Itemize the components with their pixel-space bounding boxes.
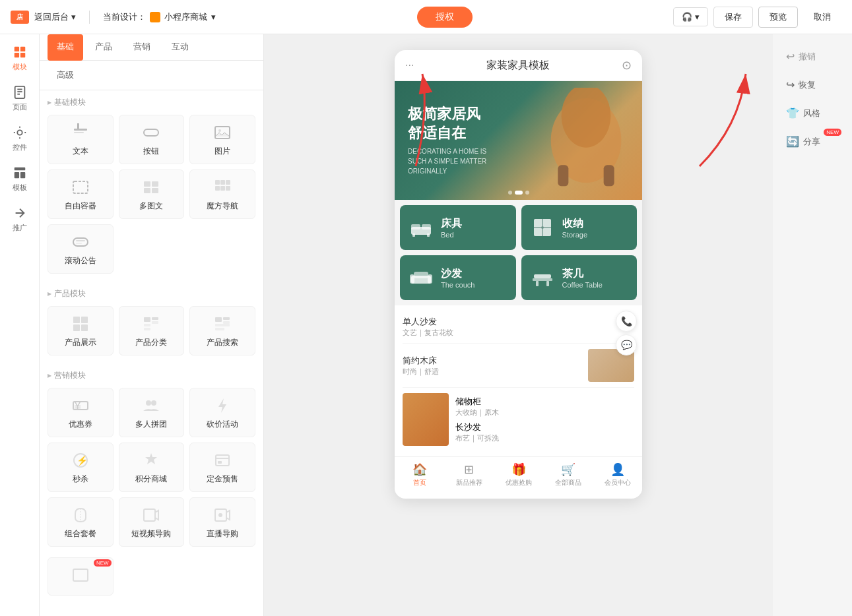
- bottom-nav-all[interactable]: 🛒 全部商品: [543, 457, 593, 493]
- svg-rect-83: [546, 281, 549, 286]
- share-new-badge: NEW: [824, 129, 841, 136]
- coffee-table-icon: [529, 264, 556, 291]
- category-card-bed[interactable]: 床具 Bed: [400, 205, 516, 250]
- svg-text:T: T: [75, 123, 81, 131]
- svg-rect-25: [226, 180, 230, 185]
- extra-components-grid: NEW: [40, 555, 263, 603]
- image-label: 图片: [214, 146, 230, 157]
- style-action[interactable]: 👕 风格: [781, 102, 844, 125]
- bottom-nav-sale[interactable]: 🎁 优惠抢购: [494, 457, 543, 493]
- component-product-category[interactable]: 产品分类: [119, 306, 185, 355]
- tab-basic[interactable]: 基础: [48, 34, 83, 61]
- share-action[interactable]: 🔄 分享 NEW: [781, 130, 844, 153]
- bundle-label: 组合套餐: [65, 528, 96, 539]
- bed-icon: [408, 214, 434, 241]
- tab-product[interactable]: 产品: [86, 34, 121, 61]
- multi-image-icon: [141, 177, 162, 198]
- save-button[interactable]: 保存: [713, 7, 753, 28]
- bottom-nav-member[interactable]: 👤 会员中心: [593, 457, 642, 493]
- home-label: 首页: [413, 478, 426, 487]
- bed-name: 床具: [441, 217, 462, 231]
- current-design-label: 当前设计：: [103, 11, 146, 23]
- sidebar-item-templates[interactable]: 模板: [3, 160, 37, 198]
- component-live[interactable]: 直播导购: [189, 497, 255, 547]
- section-product-modules: 产品模块: [40, 282, 263, 303]
- sub-tab-advanced[interactable]: 高级: [48, 66, 83, 84]
- component-bundle[interactable]: 组合套餐: [48, 497, 114, 547]
- svg-rect-37: [152, 317, 158, 320]
- redo-action[interactable]: ↪ 恢复: [781, 73, 844, 96]
- bottom-nav: 🏠 首页 ⊞ 新品推荐 🎁 优惠抢购 🛒 全部商品 👤 会员中心: [395, 456, 642, 493]
- icon-sidebar: 模块 页面 控件 模板 推广: [0, 34, 40, 616]
- float-chat-btn[interactable]: 💬: [616, 334, 637, 355]
- float-phone-btn[interactable]: 📞: [616, 311, 637, 332]
- banner-line1: 极简家居风: [408, 106, 480, 122]
- svg-rect-20: [152, 181, 158, 187]
- main-layout: 模块 页面 控件 模板 推广 基础 产品 营销 互动 高级: [0, 34, 852, 616]
- brand-logo: 店: [11, 11, 29, 24]
- component-container[interactable]: 自由容器: [48, 169, 114, 219]
- component-product-display[interactable]: 产品展示: [48, 306, 114, 355]
- tab-marketing[interactable]: 营销: [124, 34, 160, 61]
- svg-rect-40: [144, 328, 150, 330]
- component-group-buy[interactable]: 多人拼团: [119, 388, 185, 437]
- phone-search-icon: ⊙: [622, 58, 632, 73]
- component-product-search[interactable]: 产品搜索: [189, 306, 255, 355]
- new-products-label: 新品推荐: [456, 478, 482, 487]
- category-card-sofa[interactable]: 沙发 The couch: [400, 255, 516, 300]
- svg-text:⚡: ⚡: [77, 455, 88, 466]
- product-display-icon: [70, 313, 91, 334]
- sidebar-item-pages[interactable]: 页面: [3, 80, 37, 117]
- bottom-nav-new[interactable]: ⊞ 新品推荐: [444, 457, 494, 493]
- component-flash-deal[interactable]: ⚡ 秒杀: [48, 443, 114, 492]
- component-text[interactable]: T 文本: [48, 115, 114, 164]
- storage-name: 收纳: [562, 217, 588, 231]
- component-magic-nav[interactable]: 魔方导航: [189, 169, 255, 219]
- home-icon: 🏠: [412, 462, 427, 477]
- undo-action[interactable]: ↩ 撤销: [781, 45, 844, 68]
- member-icon: 👤: [610, 462, 625, 477]
- svg-point-59: [218, 513, 222, 517]
- banner-dots: [508, 191, 529, 195]
- magic-nav-icon: [212, 177, 233, 198]
- bottom-nav-home[interactable]: 🏠 首页: [395, 457, 444, 493]
- component-coupon[interactable]: ¥ 优惠券: [48, 388, 114, 437]
- components-panel: 基础 产品 营销 互动 高级 基础模块 T 文本 按钮: [40, 34, 264, 616]
- support-button[interactable]: 🎧 ▾: [673, 7, 708, 26]
- sidebar-item-controls[interactable]: 控件: [3, 120, 37, 158]
- auth-button[interactable]: 授权: [417, 7, 473, 28]
- component-short-video[interactable]: 短视频导购: [119, 497, 185, 547]
- tab-interactive[interactable]: 互动: [162, 34, 198, 61]
- sidebar-pages-label: 页面: [13, 102, 27, 112]
- sidebar-item-promotions[interactable]: 推广: [3, 200, 37, 238]
- image-icon: [212, 122, 233, 143]
- coffee-card-text: 茶几 Coffee Table: [562, 267, 603, 289]
- component-scroll-notice[interactable]: 滚动公告: [48, 224, 114, 274]
- product-search-icon: [212, 313, 233, 334]
- back-button[interactable]: 返回后台 ▾: [34, 11, 76, 23]
- component-points-shop[interactable]: 积分商城: [119, 443, 185, 492]
- new-products-icon: ⊞: [464, 462, 474, 477]
- component-button[interactable]: 按钮: [119, 115, 185, 164]
- svg-rect-82: [536, 281, 539, 286]
- component-multi-image[interactable]: 多图文: [119, 169, 185, 219]
- cancel-button[interactable]: 取消: [803, 7, 841, 27]
- svg-rect-45: [215, 328, 224, 330]
- scroll-notice-icon: [70, 231, 91, 253]
- scroll-notice-label: 滚动公告: [65, 255, 96, 266]
- svg-rect-57: [144, 509, 155, 521]
- preview-button[interactable]: 预览: [758, 7, 798, 28]
- svg-rect-9: [14, 168, 25, 171]
- component-flash-sale[interactable]: 砍价活动: [189, 388, 255, 437]
- component-image[interactable]: 图片: [189, 115, 255, 164]
- svg-point-48: [146, 400, 151, 406]
- svg-rect-16: [215, 127, 230, 139]
- short-video-label: 短视频导购: [131, 528, 171, 539]
- category-card-storage[interactable]: 收纳 Storage: [521, 205, 638, 250]
- current-design: 当前设计： 小程序商城 ▾: [103, 11, 216, 23]
- group-buy-label: 多人拼团: [135, 419, 167, 430]
- component-new[interactable]: NEW: [48, 557, 114, 596]
- category-card-coffee[interactable]: 茶几 Coffee Table: [521, 255, 638, 300]
- sidebar-item-modules[interactable]: 模块: [3, 40, 37, 77]
- component-deposit[interactable]: 定金预售: [189, 443, 255, 492]
